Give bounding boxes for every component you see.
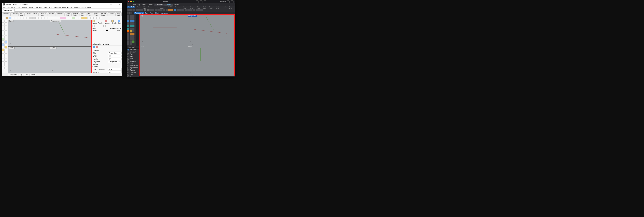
layer-linetype[interactable]: Contin: [116, 30, 121, 31]
analyze-icon[interactable]: [130, 43, 132, 45]
osnap-int[interactable]: ✓ Int: [33, 76, 37, 76]
help-icon[interactable]: [182, 9, 184, 11]
mac-command-label[interactable]: Command: [126, 46, 139, 49]
mac-osnap-vertex[interactable]: Vertex: [126, 76, 139, 77]
tab-solidtools[interactable]: Solid Tools: [80, 13, 86, 16]
cylinder-icon[interactable]: [5, 41, 7, 43]
mtab-drafting[interactable]: Drafting: [222, 6, 228, 8]
menu-mesh[interactable]: Mesh: [39, 6, 43, 8]
mtab-surfacetools[interactable]: Surface Tools: [189, 6, 196, 8]
menu-dimension[interactable]: Dimension: [44, 6, 52, 8]
osnap-quad[interactable]: Quad: [50, 76, 56, 76]
properties-icon[interactable]: [174, 9, 176, 11]
pointer-icon[interactable]: [2, 20, 4, 23]
mac-vp-front-label[interactable]: Front: [140, 46, 145, 48]
vpbar-front[interactable]: Front: [149, 12, 154, 14]
panel-tab-layers[interactable]: Layers: [92, 20, 97, 24]
curve-icon[interactable]: [127, 20, 129, 22]
tab-visibility[interactable]: Visibility: [48, 13, 55, 16]
mac-osnap-knot[interactable]: Knot: [126, 74, 139, 76]
osnap-point[interactable]: ✓ Point: [15, 76, 21, 76]
menu-help[interactable]: Help: [87, 6, 91, 8]
tab-subdtools[interactable]: SubD Tools: [86, 13, 93, 16]
layer-on-icon[interactable]: [102, 30, 106, 31]
mac-vp-top-label[interactable]: Top: [140, 15, 144, 17]
vpbar-right[interactable]: Right: [154, 12, 160, 14]
sphere-icon[interactable]: [127, 28, 129, 30]
mac-osnap-end[interactable]: End: [126, 53, 139, 55]
filter-icon[interactable]: [190, 9, 192, 11]
open-icon[interactable]: [6, 17, 8, 20]
chamfer-icon[interactable]: [132, 38, 134, 40]
mesh-icon[interactable]: [5, 43, 7, 46]
obj-icon[interactable]: [93, 46, 95, 48]
win-titlebar[interactable]: Untitled - Rhino 7 Commercial — ☐ ✕: [2, 3, 122, 6]
cylinder-icon[interactable]: [130, 28, 132, 30]
box-icon[interactable]: [5, 38, 7, 41]
vptab-top[interactable]: Top: [18, 74, 23, 76]
render-icon[interactable]: [69, 17, 72, 20]
zoom-win-icon[interactable]: [45, 17, 48, 20]
vptab-perspective[interactable]: Perspective: [8, 74, 18, 76]
mac-osnap-center[interactable]: Center: [126, 62, 139, 64]
namedview-icon[interactable]: [196, 9, 198, 11]
tab-display[interactable]: ▣ Display: [103, 43, 110, 45]
line-icon[interactable]: [130, 17, 132, 20]
panel-tab-render[interactable]: Rende…: [98, 20, 104, 24]
tab-standard[interactable]: Standard: [2, 13, 10, 16]
viewport-front-label[interactable]: Front ▾: [8, 47, 14, 49]
minimize-button[interactable]: —: [110, 4, 113, 5]
tab-select[interactable]: Select: [32, 13, 38, 16]
tab-meshtools[interactable]: Mesh Tools: [93, 13, 100, 16]
mtab-visibility[interactable]: Visibility: [168, 6, 174, 8]
prop-value-check[interactable]: [108, 63, 110, 65]
save-icon[interactable]: [133, 9, 135, 11]
menu-panels[interactable]: Panels: [81, 6, 86, 8]
layer-filter-icon[interactable]: [106, 25, 108, 27]
osnap-vertex[interactable]: Vertex: [63, 76, 70, 76]
osnap-perp[interactable]: ✓ Perp: [38, 76, 44, 76]
mtab-solidtools[interactable]: Solid Tools: [196, 6, 202, 8]
options-icon[interactable]: [179, 9, 182, 11]
minimize-button[interactable]: [130, 1, 132, 3]
filter-icon[interactable]: [87, 17, 90, 20]
hide-icon[interactable]: [166, 9, 168, 11]
ellipse-icon[interactable]: [132, 23, 134, 25]
redo-icon[interactable]: [27, 17, 30, 20]
viewport-right-label[interactable]: Right ▾: [50, 47, 56, 49]
leader-icon[interactable]: [127, 43, 129, 45]
tab-drafting[interactable]: Drafting: [108, 13, 115, 16]
new-icon[interactable]: [2, 17, 5, 20]
cone-icon[interactable]: [2, 43, 4, 46]
chamfer-icon[interactable]: [2, 61, 4, 64]
target-icon[interactable]: [200, 1, 202, 3]
fillet-icon[interactable]: [130, 38, 132, 40]
namedview-icon[interactable]: [94, 17, 96, 20]
osnap-disable[interactable]: Disable: [78, 76, 86, 76]
mtab-newinv7[interactable]: New in V7: [228, 6, 234, 8]
setview-icon[interactable]: [198, 9, 201, 11]
tab-display[interactable]: Display: [25, 13, 32, 16]
render-icon[interactable]: [176, 9, 179, 11]
mode-history[interactable]: History: [172, 4, 180, 6]
osnap-project[interactable]: Project: [70, 76, 78, 76]
zoom-ext-icon[interactable]: [39, 17, 42, 20]
prop-value-input[interactable]: [108, 58, 122, 60]
rectangle-icon[interactable]: [5, 31, 7, 33]
mtab-viewportlayout[interactable]: Viewport Layout: [159, 6, 167, 8]
surface-icon[interactable]: [127, 25, 129, 27]
tab-setview[interactable]: Set View: [19, 13, 24, 16]
vpbar-top[interactable]: Top: [144, 12, 148, 14]
zoomwin-icon[interactable]: [158, 9, 160, 11]
mtab-curvetools[interactable]: Curve Tools: [182, 6, 189, 8]
vptab-right[interactable]: Right: [30, 74, 36, 76]
camera-value-input[interactable]: [108, 71, 122, 73]
copy2-icon[interactable]: [2, 54, 4, 56]
panel-tab-libraries[interactable]: Libraries: [112, 20, 117, 24]
mode-planar[interactable]: Planar: [148, 4, 154, 6]
layer-tools-icon[interactable]: [109, 25, 111, 27]
layer-popup[interactable]: Default: [220, 1, 226, 3]
arc-icon[interactable]: [132, 20, 134, 22]
mac-osnap-quadrant[interactable]: Quadrant: [126, 71, 139, 74]
join-icon[interactable]: [130, 30, 132, 33]
